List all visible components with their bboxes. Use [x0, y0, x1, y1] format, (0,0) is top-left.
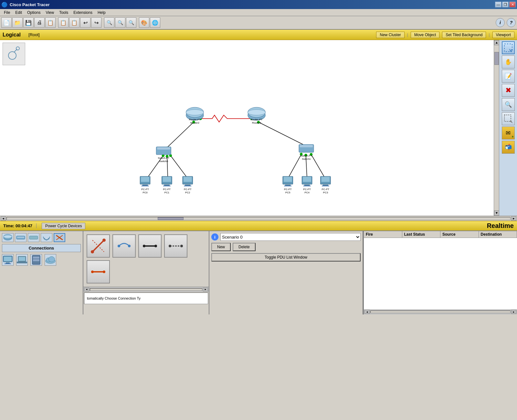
- toolbar-network[interactable]: 🌐: [150, 17, 160, 28]
- scroll-right[interactable]: ►: [511, 216, 516, 221]
- device-server-icon[interactable]: [30, 254, 42, 266]
- viewport-button[interactable]: Viewport: [492, 32, 514, 38]
- new-pdu-button[interactable]: New: [211, 243, 231, 251]
- restore-button[interactable]: ❐: [502, 2, 509, 7]
- set-tiled-bg-button[interactable]: Set Tiled Background: [442, 32, 486, 38]
- device-switches-icon[interactable]: [15, 233, 26, 242]
- device-connections-selected[interactable]: [54, 233, 65, 242]
- menu-tools[interactable]: Tools: [57, 10, 71, 15]
- new-cluster-button[interactable]: New Cluster: [376, 32, 404, 38]
- device-routers-icon[interactable]: [2, 233, 14, 242]
- menu-file[interactable]: File: [1, 10, 13, 15]
- toolbar-zoom-fit[interactable]: 🔍: [126, 17, 136, 28]
- realtime-label: Realtime: [487, 222, 514, 230]
- toolbar-paste[interactable]: 📋: [69, 17, 79, 28]
- svg-point-119: [180, 245, 183, 247]
- console-connection-button[interactable]: [112, 234, 136, 258]
- delete-tool-button[interactable]: ✖: [502, 84, 515, 97]
- vertical-scrollbar[interactable]: ▲ ▼: [494, 40, 499, 216]
- select-tool-button[interactable]: [502, 41, 515, 54]
- conn-scroll-left[interactable]: ◄: [84, 288, 89, 292]
- svg-text:Switch0: Switch0: [159, 160, 168, 163]
- svg-point-107: [48, 257, 55, 262]
- svg-rect-73: [304, 185, 310, 186]
- device-cloud-icon[interactable]: [45, 254, 56, 266]
- device-hubs-icon[interactable]: [28, 233, 39, 242]
- canvas-area[interactable]: Router-PT Router2 Router-PT Router3 Swit…: [0, 40, 494, 216]
- svg-rect-62: [184, 186, 191, 186]
- toolbar-copy-view[interactable]: 📋: [45, 17, 56, 28]
- device-pc-icon[interactable]: [2, 254, 14, 266]
- delete-pdu-button[interactable]: Delete: [233, 243, 256, 251]
- fiber-connection-button[interactable]: [87, 260, 110, 283]
- svg-point-116: [154, 245, 157, 247]
- svg-text:PC-PT: PC-PT: [163, 188, 171, 191]
- close-button[interactable]: ✕: [509, 2, 516, 7]
- svg-rect-40: [157, 147, 170, 149]
- fire-scroll-right[interactable]: ►: [511, 310, 516, 314]
- scroll-left[interactable]: ◄: [1, 216, 6, 221]
- menu-help[interactable]: Help: [95, 10, 108, 15]
- horizontal-scrollbar[interactable]: ◄ ►: [0, 216, 517, 221]
- scenario-row: i Scenario 0: [211, 233, 361, 241]
- scenario-info-icon: i: [211, 233, 218, 241]
- copper-crossover-button[interactable]: [164, 234, 187, 258]
- device-laptop-icon[interactable]: [16, 254, 28, 266]
- svg-rect-66: [284, 177, 292, 182]
- svg-line-4: [258, 122, 306, 146]
- fire-scroll-left[interactable]: ◄: [364, 310, 370, 314]
- toolbar-info[interactable]: i: [496, 18, 505, 27]
- svg-text:PC-PT: PC-PT: [284, 188, 292, 191]
- logical-bar: Logical [Root] New Cluster | Move Object…: [0, 30, 517, 40]
- svg-point-31: [186, 109, 204, 115]
- toolbar-save[interactable]: 💾: [23, 17, 34, 28]
- bottom-panel: Connections: [0, 230, 517, 314]
- toolbar-zoom-out[interactable]: 🔍: [115, 17, 125, 28]
- power-cycle-button[interactable]: Power Cycle Devices: [42, 223, 85, 229]
- open-pdu-button[interactable]: 📬: [502, 141, 515, 154]
- note-tool-button[interactable]: 📝: [502, 70, 515, 83]
- toggle-pdu-button[interactable]: Toggle PDU List Window: [211, 253, 361, 261]
- toolbar-new[interactable]: 📄: [1, 17, 12, 28]
- move-object-button[interactable]: Move Object: [411, 32, 439, 38]
- conn-types-scrollbar[interactable]: ◄ ►: [83, 287, 209, 292]
- svg-rect-54: [163, 177, 171, 182]
- auto-connection-button[interactable]: [87, 234, 110, 258]
- menu-edit[interactable]: Edit: [13, 10, 25, 15]
- scroll-up[interactable]: ▲: [494, 40, 499, 45]
- scroll-down[interactable]: ▼: [494, 210, 499, 216]
- toolbar-help[interactable]: ?: [507, 18, 516, 27]
- app-title: Cisco Packet Tracer: [10, 2, 50, 7]
- toolbar: 📄 📁 💾 🖨 📋 📋 📋 ↩ ↪ 🔍 🔍 🔍 🎨 🌐 i ?: [0, 16, 517, 30]
- device-wireless-icon[interactable]: [41, 233, 52, 242]
- toolbar-print[interactable]: 🖨: [34, 17, 45, 28]
- hand-tool-button[interactable]: ✋: [502, 56, 515, 68]
- toolbar-redo[interactable]: ↪: [91, 17, 101, 28]
- scenario-select[interactable]: Scenario 0: [220, 233, 361, 241]
- resize-area-button[interactable]: [502, 112, 515, 125]
- svg-rect-49: [142, 185, 148, 186]
- svg-text:PC3: PC3: [323, 191, 328, 194]
- zoom-tool-button[interactable]: 🔍: [502, 98, 515, 111]
- menu-extensions[interactable]: Extensions: [71, 10, 95, 15]
- fire-scrollbar[interactable]: ◄ ►: [364, 309, 517, 314]
- svg-point-88: [4, 235, 12, 238]
- add-pdu-button[interactable]: ✉ +: [502, 127, 515, 139]
- toolbar-color[interactable]: 🎨: [139, 17, 149, 28]
- toolbar-copy[interactable]: 📋: [58, 17, 69, 28]
- svg-rect-44: [300, 145, 313, 147]
- conn-scroll-right[interactable]: ►: [203, 288, 208, 292]
- menu-view[interactable]: View: [43, 10, 57, 15]
- menu-options[interactable]: Options: [25, 10, 43, 15]
- svg-rect-84: [504, 115, 511, 121]
- toolbar-open[interactable]: 📁: [12, 17, 23, 28]
- svg-rect-67: [285, 185, 290, 186]
- svg-line-8: [288, 154, 301, 178]
- minimize-button[interactable]: —: [495, 2, 501, 7]
- copper-straight-button[interactable]: [138, 234, 162, 258]
- svg-rect-96: [4, 257, 12, 261]
- device-panel: Connections: [0, 231, 83, 314]
- fire-column-header: Fire: [364, 231, 402, 238]
- toolbar-zoom-in[interactable]: 🔍: [104, 17, 114, 28]
- toolbar-undo[interactable]: ↩: [80, 17, 90, 28]
